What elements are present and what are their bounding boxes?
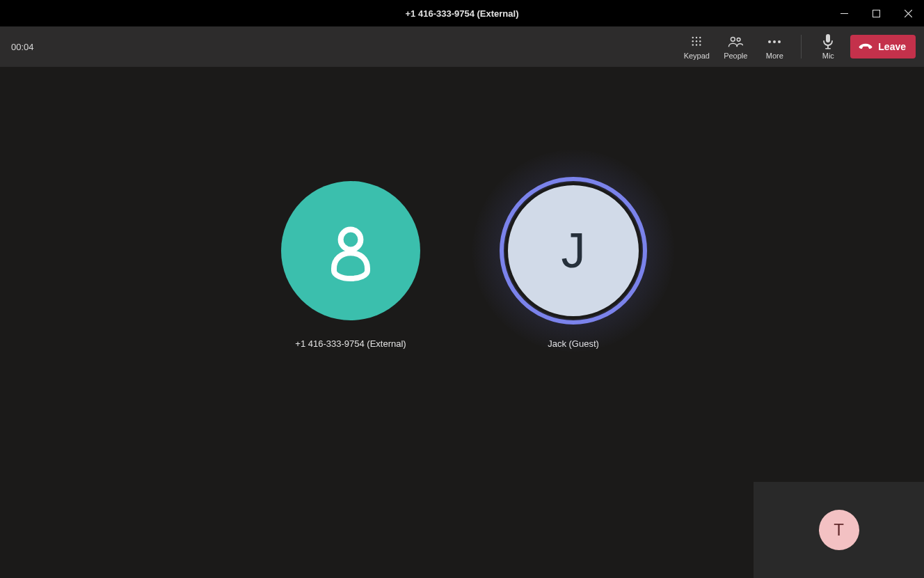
minimize-button[interactable] bbox=[828, 0, 860, 26]
svg-point-3 bbox=[699, 37, 701, 38]
svg-point-11 bbox=[737, 38, 740, 41]
minimize-icon bbox=[841, 10, 848, 17]
svg-point-4 bbox=[692, 40, 694, 42]
people-label: People bbox=[724, 52, 747, 60]
person-icon bbox=[281, 181, 420, 320]
leave-label: Leave bbox=[878, 41, 906, 52]
hangup-icon bbox=[859, 41, 873, 52]
participants-row: +1 416-333-9754 (External) J Jack (Guest… bbox=[260, 178, 664, 349]
self-avatar: T bbox=[819, 510, 859, 550]
svg-point-18 bbox=[341, 230, 361, 250]
mic-icon bbox=[822, 33, 834, 50]
call-window: +1 416-333-9754 (External) 00:04 bbox=[0, 0, 924, 578]
svg-point-6 bbox=[699, 40, 701, 42]
keypad-label: Keypad bbox=[684, 52, 710, 60]
people-button[interactable]: People bbox=[716, 26, 755, 67]
toolbar-divider bbox=[801, 35, 802, 58]
svg-rect-17 bbox=[825, 48, 831, 49]
svg-rect-0 bbox=[873, 10, 879, 17]
mic-button[interactable]: Mic bbox=[808, 26, 847, 67]
svg-point-9 bbox=[699, 44, 701, 45]
self-view[interactable]: T bbox=[754, 482, 924, 578]
svg-point-2 bbox=[696, 37, 697, 38]
maximize-button[interactable] bbox=[860, 0, 892, 26]
more-icon bbox=[767, 33, 781, 50]
svg-point-12 bbox=[768, 40, 771, 43]
avatar-initial: J bbox=[505, 182, 642, 319]
svg-point-5 bbox=[696, 40, 697, 42]
svg-rect-16 bbox=[827, 45, 829, 48]
titlebar: +1 416-333-9754 (External) bbox=[0, 0, 924, 26]
participant-jack[interactable]: J Jack (Guest) bbox=[483, 178, 664, 349]
more-button[interactable]: More bbox=[755, 26, 794, 67]
leave-button[interactable]: Leave bbox=[850, 35, 916, 58]
participant-name: +1 416-333-9754 (External) bbox=[295, 338, 406, 349]
close-icon bbox=[905, 10, 912, 17]
keypad-button[interactable]: Keypad bbox=[677, 26, 716, 67]
svg-point-1 bbox=[692, 37, 694, 38]
call-stage: +1 416-333-9754 (External) J Jack (Guest… bbox=[0, 67, 924, 578]
window-title: +1 416-333-9754 (External) bbox=[406, 8, 519, 19]
svg-point-14 bbox=[778, 40, 781, 43]
svg-point-7 bbox=[692, 44, 694, 45]
participant-external[interactable]: +1 416-333-9754 (External) bbox=[260, 178, 441, 349]
keypad-icon bbox=[690, 33, 703, 50]
avatar-wrap bbox=[278, 178, 423, 323]
more-label: More bbox=[766, 52, 783, 60]
close-button[interactable] bbox=[892, 0, 924, 26]
avatar-wrap: J bbox=[501, 178, 646, 323]
people-icon bbox=[728, 33, 743, 50]
maximize-icon bbox=[873, 10, 880, 17]
call-timer: 00:04 bbox=[11, 42, 34, 52]
svg-point-13 bbox=[773, 40, 776, 43]
svg-point-8 bbox=[696, 44, 697, 45]
window-controls bbox=[828, 0, 924, 26]
call-toolbar: 00:04 Keypad People bbox=[0, 26, 924, 67]
svg-point-10 bbox=[731, 37, 735, 41]
mic-label: Mic bbox=[822, 52, 834, 60]
svg-rect-15 bbox=[826, 34, 830, 42]
